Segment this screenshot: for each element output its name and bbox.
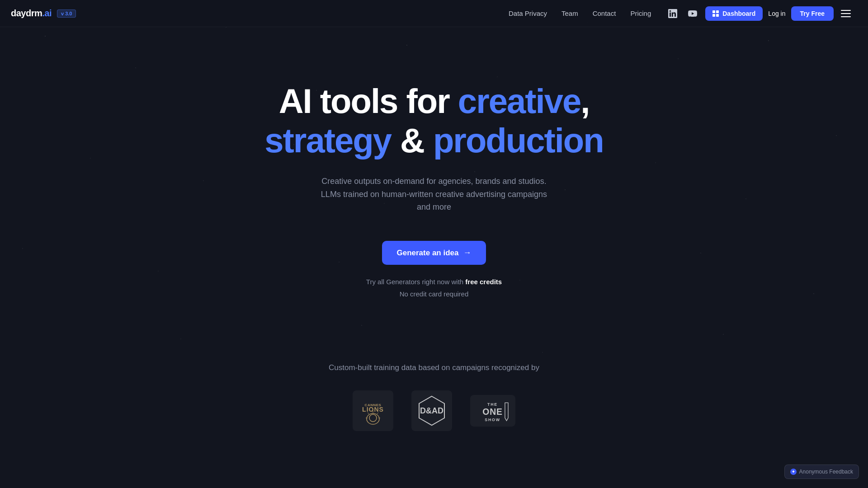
feedback-label: Anonymous Feedback	[799, 469, 853, 475]
logo-dot: .ai	[42, 8, 52, 18]
arrow-right-icon: →	[463, 248, 472, 258]
logo[interactable]: daydrm.ai	[11, 8, 52, 19]
cannes-lions-image: CANNES LIONS	[353, 390, 393, 431]
hero-title-comma: ,	[580, 82, 589, 120]
svg-text:D&AD: D&AD	[420, 406, 443, 415]
nav-links: Data Privacy Team Contact Pricing	[509, 9, 651, 17]
hero-subtitle: Creative outputs on-demand for agencies,…	[316, 175, 552, 214]
bottom-section: Custom-built training data based on camp…	[0, 327, 868, 431]
navbar: daydrm.ai v 3.0 Data Privacy Team Contac…	[0, 0, 868, 27]
youtube-icon[interactable]	[685, 6, 700, 21]
svg-text:SHOW: SHOW	[485, 418, 500, 422]
credits-info: Try all Generators right now with free c…	[366, 276, 502, 300]
hero-title-creative: creative	[458, 82, 580, 120]
menu-button[interactable]	[839, 6, 854, 21]
svg-text:ONE: ONE	[482, 407, 503, 417]
menu-line-1	[841, 10, 851, 11]
hero-title-strategy: strategy	[264, 121, 391, 160]
svg-text:THE: THE	[487, 403, 498, 407]
logos-row: CANNES LIONS	[353, 390, 515, 431]
login-button[interactable]: Log in	[768, 10, 785, 17]
generate-idea-button[interactable]: Generate an idea →	[382, 241, 486, 265]
navbar-right: Data Privacy Team Contact Pricing	[509, 6, 854, 21]
generate-idea-label: Generate an idea	[396, 249, 458, 258]
version-badge: v 3.0	[57, 9, 76, 18]
hero-title-line2: strategy & production	[264, 121, 603, 160]
svg-point-3	[369, 414, 377, 422]
nav-link-contact[interactable]: Contact	[593, 9, 616, 17]
one-show-logo: THE ONE SHOW	[470, 395, 515, 427]
grid-icon	[712, 10, 719, 17]
try-free-button[interactable]: Try Free	[791, 6, 834, 21]
dnd-logo: D&AD	[411, 390, 452, 431]
linkedin-icon[interactable]	[665, 6, 680, 21]
hero-title-amp: &	[400, 121, 424, 160]
svg-point-2	[367, 413, 379, 424]
hero-title-production: production	[433, 121, 604, 160]
main-content: AI tools for creative, strategy & produc…	[0, 0, 868, 431]
training-label: Custom-built training data based on camp…	[329, 363, 539, 372]
hero-title: AI tools for creative, strategy & produc…	[264, 81, 603, 160]
nav-actions: Dashboard Log in Try Free	[665, 6, 854, 21]
hero-title-white: AI tools for	[279, 82, 458, 120]
cannes-lions-logo: CANNES LIONS	[353, 390, 393, 431]
feedback-button[interactable]: ✦ Anonymous Feedback	[784, 465, 859, 479]
dashboard-button[interactable]: Dashboard	[705, 6, 763, 21]
nav-link-team[interactable]: Team	[561, 9, 578, 17]
credits-bold: free credits	[465, 278, 502, 286]
feedback-icon: ✦	[790, 469, 797, 475]
nav-link-pricing[interactable]: Pricing	[630, 9, 651, 17]
dnd-image: D&AD	[411, 390, 452, 431]
menu-line-3	[841, 16, 851, 17]
nav-link-data-privacy[interactable]: Data Privacy	[509, 9, 547, 17]
svg-marker-14	[505, 403, 508, 421]
no-credit-card: No credit card required	[400, 290, 469, 298]
menu-line-2	[841, 13, 851, 14]
credits-prefix: Try all Generators right now with	[366, 278, 466, 286]
hero-section: AI tools for creative, strategy & produc…	[246, 27, 621, 327]
one-show-image: THE ONE SHOW	[470, 395, 515, 427]
navbar-left: daydrm.ai v 3.0	[11, 8, 76, 19]
